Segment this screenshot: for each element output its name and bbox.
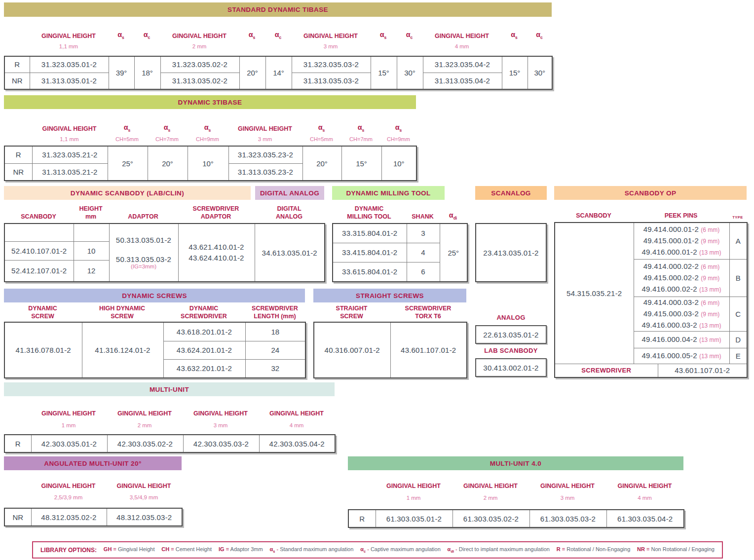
column-sublabel-mm: 3 mm — [529, 490, 606, 505]
part-number: 30.413.002.01-2 — [483, 364, 538, 372]
empty-cell — [74, 224, 109, 241]
pin-size: (13 mm) — [699, 249, 721, 256]
part-number-cell: 31.323.035.03-2 — [292, 56, 371, 73]
column-label-gingival-height: GINGIVAL HEIGHT — [183, 402, 259, 418]
column-label-gingival-height: GINGIVAL HEIGHT — [106, 475, 182, 490]
column-label-gingival-height: GINGIVAL HEIGHT — [259, 402, 335, 418]
height-cell: 10 — [74, 241, 109, 260]
angle-cell: 20° — [302, 146, 341, 181]
section-header-dynamic-screws: DYNAMIC SCREWS — [4, 289, 305, 302]
column-label-adaptor: ADAPTOR — [109, 199, 178, 221]
scanalog-table: 23.413.035.01-2 — [475, 223, 547, 282]
column-label-alpha-s: αs — [147, 113, 187, 133]
pin-size: (9 mm) — [701, 238, 719, 245]
section-header-digital-analog: DIGITAL ANALOG — [255, 186, 324, 200]
column-label-gingival-height: GINGIVAL HEIGHT — [422, 22, 501, 40]
part-number-cell: 42.303.035.04-2 — [259, 435, 335, 452]
part-number-cell: 31.313.035.03-2 — [292, 73, 371, 89]
section-header-dynamic-milling-tool: DYNAMIC MILLING TOOL — [332, 186, 445, 200]
scanbody-op-table: 54.315.035.21-2 49.414.000.01-2 (6 mm) 4… — [554, 222, 748, 378]
peek-pins-cell: 49.414.000.03-2 (6 mm) 49.415.000.03-2 (… — [634, 297, 729, 331]
catalog-page: STANDARD DYNAMIC TIBASE GINGIVAL HEIGHT … — [0, 0, 754, 560]
column-label-alpha-c: αc — [396, 22, 422, 40]
legend-item-alpha-di: αdi - Direct to implant maximum angulati… — [448, 546, 550, 554]
column-label-alpha-s: αs — [341, 113, 381, 133]
legend-item-alpha-c: αc - Captive maximum angulation — [360, 546, 441, 554]
column-label-alpha-s: αs — [187, 113, 228, 133]
row-label-nr: NR — [4, 73, 30, 89]
multi-unit-column-labels: GINGIVAL HEIGHT GINGIVAL HEIGHT GINGIVAL… — [4, 402, 335, 433]
column-label-shank: SHANK — [406, 199, 439, 221]
pin-size: (6 mm) — [701, 263, 719, 270]
part-number-cell: 43.601.107.01-2 — [658, 364, 747, 377]
column-label-straight-screw: STRAIGHT SCREW — [313, 303, 390, 321]
column-label-gingival-height: GINGIVAL HEIGHT — [29, 22, 108, 40]
scanbody-table: 50.313.035.01-2 50.313.035.03-2 (IG=3mm)… — [4, 223, 325, 282]
angle-cell: 30° — [397, 56, 423, 89]
column-label-gingival-height: GINGIVAL HEIGHT — [160, 22, 239, 40]
multi-unit-table: R 42.303.035.01-2 42.303.035.02-2 42.303… — [4, 434, 336, 453]
milling-column-labels: DYNAMIC MILLING TOOL SHANK αdi — [332, 199, 467, 221]
part-number-cell: 43.601.107.01-2 — [390, 322, 467, 378]
type-cell: B — [729, 259, 747, 297]
row-label-nr: NR — [4, 508, 31, 526]
adaptor-note: (IG=3mm) — [110, 263, 178, 269]
column-label-scanbody: SCANBODY — [554, 207, 633, 220]
part-number-cell: 43.624.201.01-2 — [163, 341, 245, 359]
part-number: 43.624.410.01-2 — [179, 253, 255, 263]
column-sublabel-ch: CH=9mm — [381, 133, 416, 145]
screwdriver-label-cell: SCREWDRIVER — [555, 364, 658, 377]
part-number-cell: 61.303.035.01-2 — [376, 510, 452, 527]
angle-cell: 15° — [371, 56, 397, 89]
column-sublabel-mm: 3,5/4,9 mm — [106, 490, 182, 504]
column-sublabel-mm: 4 mm — [606, 490, 683, 505]
dynamic-screws-table: 41.316.078.01-2 41.316.124.01-2 43.618.2… — [4, 322, 306, 378]
column-sublabel-mm: 2,5/3,9 mm — [31, 490, 106, 504]
angle-cell: 20° — [148, 146, 188, 181]
pin-size: (9 mm) — [701, 311, 719, 318]
multi-unit-40-table: R 61.303.035.01-2 61.303.035.02-2 61.303… — [348, 509, 684, 528]
type-cell: E — [729, 348, 747, 364]
straight-screws-table: 40.316.007.01-2 43.601.107.01-2 — [313, 322, 467, 378]
column-sublabel-mm: 2 mm — [452, 490, 529, 505]
column-label-peek-pins: PEEK PINS — [633, 207, 729, 220]
column-label-type: TYPE — [729, 207, 747, 220]
part-number-cell: 42.303.035.03-2 — [183, 435, 259, 452]
height-cell: 12 — [74, 260, 109, 282]
column-label-screwdriver-torx: SCREWDRIVER TORX T6 — [390, 303, 466, 321]
part-number-cell: 23.413.035.01-2 — [476, 224, 546, 282]
legend-title: LIBRARY OPTIONS: — [40, 547, 97, 554]
screwdriver-adaptor-cell: 43.621.410.01-2 43.624.410.01-2 — [178, 224, 255, 282]
column-sublabel-mm: 4 mm — [422, 40, 501, 52]
row-label-r: R — [4, 56, 30, 73]
part-number: 49.415.000.03-2 — [643, 309, 699, 318]
part-number-cell: 43.632.201.01-2 — [163, 359, 245, 378]
column-sublabel-mm: 4 mm — [259, 418, 335, 433]
part-number-cell: 33.315.804.01-2 — [333, 224, 407, 243]
column-label-gingival-height: GINGIVAL HEIGHT — [291, 22, 370, 40]
part-number: 49.416.000.05-2 — [641, 351, 697, 360]
row-label-r: R — [4, 435, 31, 452]
pin-size: (13 mm) — [699, 336, 721, 343]
shank-cell: 3 — [407, 224, 440, 243]
column-sublabel-mm: 1 mm — [31, 418, 107, 433]
column-sublabel-mm: 2 mm — [160, 40, 239, 52]
length-cell: 32 — [245, 359, 305, 378]
scanbody-part-number-cell: 54.315.035.21-2 — [555, 223, 634, 364]
column-label-gingival-height: GINGIVAL HEIGHT — [107, 402, 183, 418]
angle-cell: 39° — [109, 56, 134, 89]
dynamic-screws-column-labels: DYNAMIC SCREW HIGH DYNAMIC SCREW DYNAMIC… — [4, 303, 305, 321]
legend-item-alpha-s: αs - Standard maximum angulation — [269, 546, 353, 554]
angle-cell: 25° — [108, 146, 148, 181]
digital-analog-cell: 34.613.035.01-2 — [255, 224, 325, 282]
empty-cell — [4, 224, 74, 241]
column-label-alpha-s: αs — [381, 113, 416, 133]
row-label-r: R — [4, 146, 32, 163]
length-cell: 18 — [245, 322, 305, 341]
column-label-gingival-height: GINGIVAL HEIGHT — [529, 475, 606, 490]
part-number: 49.415.000.02-2 — [643, 273, 699, 282]
part-number: 50.313.035.03-2 — [110, 255, 178, 263]
column-label-digital-analog: DIGITAL ANALOG — [254, 199, 324, 221]
angulated-column-labels: GINGIVAL HEIGHT GINGIVAL HEIGHT 2,5/3,9 … — [4, 475, 182, 504]
legend-item-nr: NR = Non Rotational / Engaging — [637, 546, 715, 554]
